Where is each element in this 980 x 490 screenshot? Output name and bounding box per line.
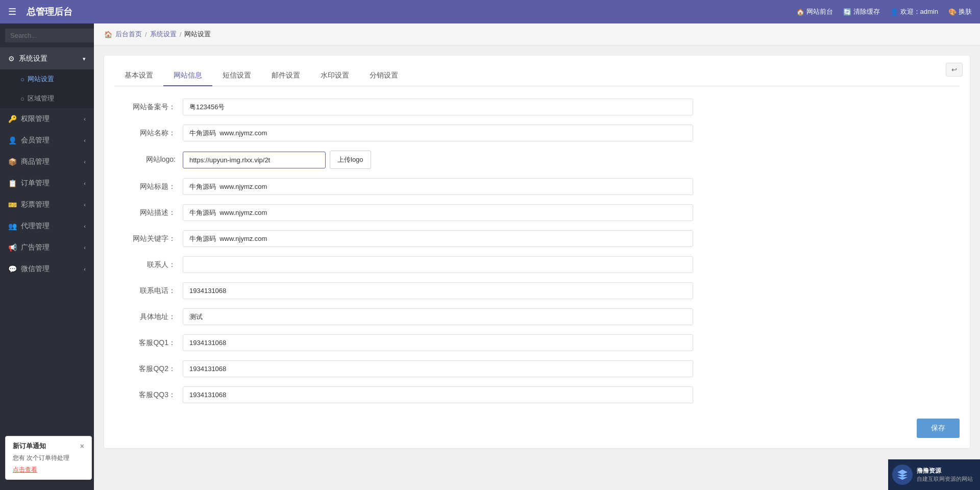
clear-cache-link[interactable]: 🔄 清除缓存 (843, 7, 880, 16)
title-control (183, 178, 693, 195)
name-label: 网站名称： (114, 129, 176, 138)
user-welcome-link[interactable]: 👤 欢迎：admin (890, 7, 938, 16)
contact-input[interactable] (183, 256, 693, 273)
qq2-control (183, 360, 693, 377)
nav-home-link[interactable]: 🏠 网站前台 (796, 7, 833, 16)
breadcrumb-system-link[interactable]: 系统设置 (150, 30, 177, 39)
address-label: 具体地址： (114, 312, 176, 322)
chevron-right-icon: ‹ (84, 223, 86, 229)
phone-control (183, 282, 693, 299)
back-button[interactable]: ↩ (946, 63, 963, 77)
sidebar-item-agent-management[interactable]: 👥 代理管理 ‹ (0, 215, 94, 237)
sidebar-item-label: 系统设置 (19, 54, 47, 63)
page-content: ↩ 基本设置 网站信息 短信设置 邮件设置 水印设置 分销设置 网站备案号： (94, 45, 980, 490)
toast-body: 您有 次个订单待处理 (13, 454, 84, 462)
chevron-right-icon: ‹ (84, 159, 86, 165)
sidebar-item-permission-management[interactable]: 🔑 权限管理 ‹ (0, 108, 94, 130)
notification-toast: 新订单通知 × 您有 次个订单待处理 点击查看 (5, 436, 92, 480)
app-title: 总管理后台 (27, 6, 72, 18)
qq1-input[interactable] (183, 334, 693, 351)
sidebar-item-region-management[interactable]: ○ 区域管理 (0, 89, 94, 108)
settings-card: ↩ 基本设置 网站信息 短信设置 邮件设置 水印设置 分销设置 网站备案号： (104, 56, 970, 448)
toast-close-button[interactable]: × (80, 442, 84, 450)
icp-control (183, 99, 693, 115)
chevron-right-icon: ‹ (84, 116, 86, 122)
tab-watermark[interactable]: 水印设置 (310, 66, 359, 86)
logo-url-input[interactable] (183, 152, 326, 168)
phone-input[interactable] (183, 282, 693, 299)
sidebar-item-system-settings[interactable]: ⚙ 系统设置 ▾ (0, 48, 94, 69)
toast-title: 新订单通知 (13, 442, 46, 451)
tab-basic[interactable]: 基本设置 (114, 66, 163, 86)
chevron-right-icon: ‹ (84, 180, 86, 186)
user-icon: 👤 (8, 136, 17, 144)
sidebar-item-member-management[interactable]: 👤 会员管理 ‹ (0, 130, 94, 151)
logo-control: 上传logo (183, 151, 693, 169)
key-icon: 🔑 (8, 115, 17, 123)
order-icon: 📋 (8, 179, 17, 187)
name-input[interactable] (183, 125, 693, 141)
tab-email[interactable]: 邮件设置 (261, 66, 310, 86)
description-input[interactable] (183, 204, 693, 221)
breadcrumb-current: 网站设置 (184, 30, 211, 39)
header-actions: 🏠 网站前台 🔄 清除缓存 👤 欢迎：admin 🎨 换肤 (796, 7, 972, 16)
search-input[interactable] (5, 29, 94, 42)
toast-link[interactable]: 点击查看 (13, 466, 37, 473)
sidebar-item-label: 微信管理 (21, 264, 50, 274)
top-header: ☰ 总管理后台 🏠 网站前台 🔄 清除缓存 👤 欢迎：admin 🎨 换肤 (0, 0, 980, 23)
sidebar-search-container: 🔍 (0, 23, 94, 48)
form-row-description: 网站描述： (114, 204, 960, 221)
phone-label: 联系电话： (114, 286, 176, 296)
qq3-control (183, 386, 693, 403)
refresh-icon: 🔄 (843, 8, 851, 16)
icp-input[interactable] (183, 99, 693, 115)
qq2-input[interactable] (183, 360, 693, 377)
package-icon: 📦 (8, 158, 17, 166)
chevron-right-icon: ‹ (84, 137, 86, 143)
qq1-label: 客服QQ1： (114, 338, 176, 348)
sidebar-item-lottery-management[interactable]: 🎫 彩票管理 ‹ (0, 194, 94, 215)
save-button[interactable]: 保存 (917, 419, 960, 438)
address-input[interactable] (183, 308, 693, 325)
home-breadcrumb-icon: 🏠 (104, 31, 112, 38)
title-input[interactable] (183, 178, 693, 195)
sidebar-item-ad-management[interactable]: 📢 广告管理 ‹ (0, 237, 94, 258)
form-row-qq3: 客服QQ3： (114, 386, 960, 403)
form-row-logo: 网站logo: 上传logo (114, 151, 960, 169)
form-row-contact: 联系人： (114, 256, 960, 273)
tab-distribution[interactable]: 分销设置 (359, 66, 408, 86)
logo-input-group: 上传logo (183, 151, 693, 169)
watermark-sub: 自建互联网资源的网站 (917, 475, 973, 483)
tab-info[interactable]: 网站信息 (163, 66, 212, 86)
name-control (183, 125, 693, 141)
watermark-brand: 撸撸资源 (917, 467, 973, 475)
switch-skin-link[interactable]: 🎨 换肤 (948, 7, 972, 16)
chevron-right-icon: ‹ (84, 266, 86, 272)
form-row-title: 网站标题： (114, 178, 960, 195)
title-label: 网站标题： (114, 182, 176, 191)
hamburger-icon[interactable]: ☰ (8, 6, 16, 17)
chevron-right-icon: ‹ (84, 202, 86, 208)
ad-icon: 📢 (8, 243, 17, 252)
breadcrumb: 🏠 后台首页 / 系统设置 / 网站设置 (94, 23, 980, 45)
keywords-input[interactable] (183, 230, 693, 247)
sidebar-item-wechat-management[interactable]: 💬 微信管理 ‹ (0, 258, 94, 280)
sidebar-item-label: 会员管理 (21, 136, 50, 145)
sidebar-item-label: 订单管理 (21, 179, 50, 188)
form-row-qq1: 客服QQ1： (114, 334, 960, 351)
upload-logo-button[interactable]: 上传logo (330, 151, 371, 169)
sidebar-item-order-management[interactable]: 📋 订单管理 ‹ (0, 173, 94, 194)
form-actions: 保存 (114, 419, 960, 438)
qq2-label: 客服QQ2： (114, 364, 176, 374)
logo-label: 网站logo: (114, 155, 176, 164)
sidebar: 🔍 ⚙ 系统设置 ▾ ○ 网站设置 ○ 区域管理 (0, 23, 94, 490)
contact-label: 联系人： (114, 260, 176, 270)
sidebar-item-label: 代理管理 (21, 222, 50, 231)
qq1-control (183, 334, 693, 351)
tab-sms[interactable]: 短信设置 (212, 66, 261, 86)
sidebar-item-website-settings[interactable]: ○ 网站设置 (0, 69, 94, 89)
breadcrumb-home-link[interactable]: 后台首页 (115, 30, 142, 39)
qq3-input[interactable] (183, 386, 693, 403)
watermark: 撸撸资源 自建互联网资源的网站 (888, 459, 980, 490)
sidebar-item-product-management[interactable]: 📦 商品管理 ‹ (0, 151, 94, 173)
